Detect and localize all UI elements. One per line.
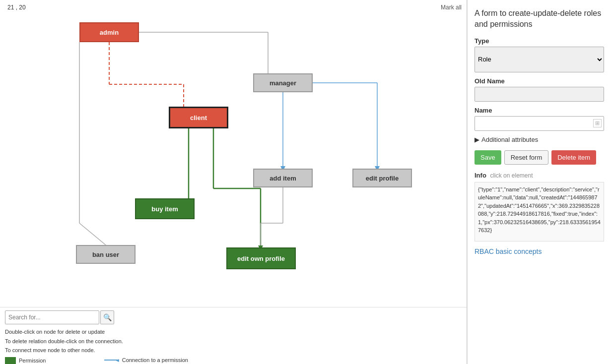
hint-1: Double-click on node for delete or updat…	[5, 327, 462, 337]
node-buy-item[interactable]: buy item	[135, 198, 195, 219]
info-section: Info click on element {"type":"1","name"…	[475, 172, 604, 242]
graph-canvas[interactable]: 21 , 20 Mark all admin	[0, 0, 467, 364]
name-input[interactable]	[477, 120, 593, 127]
node-edit-profile[interactable]: edit profile	[352, 169, 412, 187]
delete-button[interactable]: Delete item	[551, 150, 596, 165]
save-button[interactable]: Save	[475, 150, 501, 165]
search-input[interactable]	[5, 310, 99, 324]
action-buttons: Save Reset form Delete item	[475, 150, 604, 165]
legend-left: Permission Role Connection item to other…	[5, 357, 94, 364]
additional-attributes-toggle[interactable]: ▶ Additional attributes	[475, 136, 604, 143]
node-ban-user[interactable]: ban user	[76, 245, 136, 264]
legend: Permission Role Connection item to other…	[5, 357, 462, 364]
search-row: 🔍	[5, 310, 462, 324]
legend-permission: Permission	[5, 357, 94, 364]
svg-line-20	[79, 223, 106, 245]
type-label: Type	[475, 37, 604, 45]
type-select[interactable]: Role Permission	[475, 47, 604, 72]
node-manager[interactable]: manager	[253, 73, 313, 92]
node-client[interactable]: client	[169, 107, 228, 128]
info-hint-text: click on element	[490, 172, 533, 179]
hint-3: To connect move node to other node.	[5, 346, 462, 355]
node-edit-own-profile[interactable]: edit own profile	[226, 247, 296, 269]
legend-right: ◄ Connection to a permission ◄ Connectio…	[104, 357, 236, 364]
reset-button[interactable]: Reset form	[504, 150, 549, 165]
hints-text: Double-click on node for delete or updat…	[5, 327, 462, 355]
info-json-display: {"type":"1","name":"client","description…	[475, 182, 604, 242]
legend-conn-permission: ◄ Connection to a permission	[104, 357, 236, 363]
search-button[interactable]: 🔍	[100, 310, 114, 324]
name-field-icon: ⊞	[593, 119, 602, 127]
panel-title: A form to create-update-delete roles and…	[475, 8, 604, 30]
node-admin[interactable]: admin	[79, 22, 139, 42]
triangle-icon: ▶	[475, 136, 479, 143]
hint-2: To delete relation double-click on the c…	[5, 337, 462, 346]
rbac-link[interactable]: RBAC basic concepts	[475, 247, 604, 255]
name-label: Name	[475, 107, 604, 114]
bottom-bar: 🔍 Double-click on node for delete or upd…	[0, 307, 467, 364]
old-name-label: Old Name	[475, 77, 604, 85]
additional-attr-label: Additional attributes	[481, 136, 538, 143]
right-panel: A form to create-update-delete roles and…	[467, 0, 611, 364]
old-name-input[interactable]	[475, 87, 604, 102]
info-label: Info	[475, 172, 486, 179]
node-add-item[interactable]: add item	[253, 169, 313, 187]
